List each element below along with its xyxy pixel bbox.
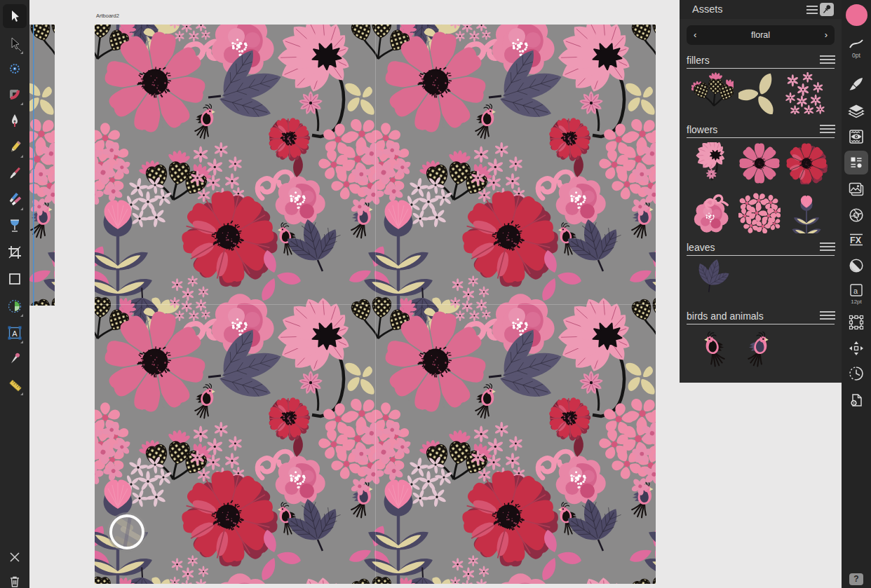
svg-text:a: a [853,287,858,295]
svg-text:FX: FX [850,235,862,245]
svg-text:A: A [12,329,18,338]
